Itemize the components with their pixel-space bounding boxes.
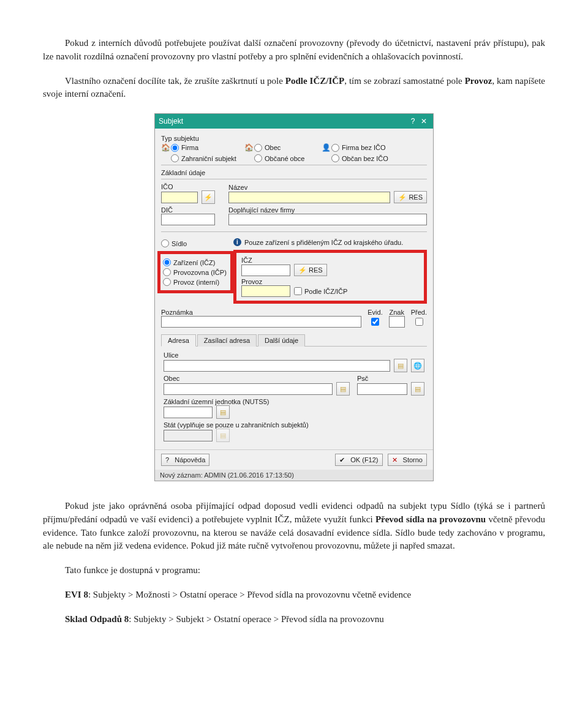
titlebar: Subjekt ? ✕ — [155, 114, 433, 129]
pred-checkbox[interactable] — [415, 318, 423, 326]
psc-label: Psč — [357, 375, 424, 382]
icz-input[interactable] — [241, 265, 290, 276]
dialog-footer: ? Nápověda ✔ OK (F12) ✕ Storno — [155, 449, 433, 470]
dopl-input[interactable] — [228, 214, 427, 225]
obec-lookup-button[interactable]: ▤ — [336, 382, 350, 396]
tabs: Adresa Zasílací adresa Další údaje — [161, 334, 427, 347]
radio-firma-bez-ico[interactable]: Firma bez IČO — [331, 144, 399, 152]
ico-input[interactable] — [161, 192, 198, 203]
napoveda-button[interactable]: ? Nápověda — [161, 454, 209, 466]
stat-label: Stát (vyplňuje se pouze u zahraničních s… — [164, 421, 424, 429]
radio-firma[interactable]: Firma — [171, 144, 244, 152]
obec-label: Obec — [164, 375, 350, 382]
typ-subjektu-label: Typ subjektu — [161, 135, 427, 142]
radio-sidlo[interactable]: Sídlo — [161, 239, 233, 247]
close-icon[interactable]: ✕ — [418, 117, 429, 126]
ico-label: IČO — [161, 183, 216, 190]
res-button[interactable]: ⚡RES — [394, 191, 427, 203]
info-text: Pouze zařízení s přiděleným IČZ od krajs… — [244, 239, 403, 246]
radio-zarizeni[interactable]: Zařízení (IČZ) — [163, 258, 229, 266]
znak-label: Znak — [389, 309, 405, 316]
ico-bolt-button[interactable]: ⚡ — [202, 190, 215, 204]
person-icon: 👤 — [322, 143, 331, 152]
psc-lookup-button[interactable]: ▤ — [411, 382, 424, 396]
pred-label: Před. — [411, 309, 427, 316]
stat-lookup-button: ▤ — [216, 429, 230, 442]
house-icon: 🏠 — [161, 143, 171, 152]
provoz-input[interactable] — [241, 285, 290, 297]
poznamka-label: Poznámka — [161, 309, 361, 316]
checkbox-podle-icz-icp[interactable]: Podle IČZ/IČP — [294, 287, 347, 295]
sklad-line: Sklad Odpadů 8: Subjekty > Subjekt > Ost… — [43, 613, 545, 626]
nuts-lookup-button[interactable]: ▤ — [216, 405, 230, 419]
evid-checkbox[interactable] — [371, 318, 379, 326]
ulice-label: Ulice — [164, 351, 424, 359]
dialog-title: Subjekt — [159, 117, 183, 126]
help-icon[interactable]: ? — [407, 117, 418, 126]
stat-input — [164, 430, 213, 441]
ok-button[interactable]: ✔ OK (F12) — [335, 454, 382, 466]
evid-label: Evid. — [368, 309, 382, 316]
ulice-input[interactable] — [164, 360, 390, 372]
tab-adresa[interactable]: Adresa — [161, 334, 196, 347]
dopl-label: Doplňující název firmy — [228, 206, 427, 214]
tab-dalsi[interactable]: Další údaje — [258, 334, 305, 347]
nazev-input[interactable] — [228, 192, 390, 203]
typ-subjektu-group: 🏠 Firma 🏠 Obec 👤 Firma bez IČO Zahraničn… — [161, 143, 427, 162]
paragraph-4: Tato funkce je dostupná v programu: — [43, 564, 545, 577]
status-bar: Nový záznam: ADMIN (21.06.2016 17:13:50) — [155, 470, 433, 481]
provoz-label: Provoz — [241, 278, 419, 285]
paragraph-2: Vlastního označení docílíte tak, že zruš… — [43, 75, 545, 102]
radio-obec[interactable]: Obec — [254, 144, 322, 152]
poznamka-input[interactable] — [161, 316, 361, 328]
paragraph-1: Pokud z interních důvodů potřebujete pou… — [43, 37, 545, 64]
radio-obcan-bez-ico[interactable]: Občan bez IČO — [331, 154, 399, 162]
ulice-lookup-button[interactable]: ▤ — [394, 359, 407, 372]
icz-res-button[interactable]: ⚡RES — [294, 264, 327, 276]
radio-zahranicni[interactable]: Zahraniční subjekt — [171, 154, 244, 162]
info-icon: i — [233, 238, 241, 246]
nuts-input[interactable] — [164, 407, 213, 418]
nazev-label: Název — [228, 184, 427, 191]
house-icon: 🏠 — [244, 143, 254, 152]
radio-obcane[interactable]: Občané obce — [254, 154, 322, 162]
storno-button[interactable]: ✕ Storno — [388, 454, 427, 466]
dic-input[interactable] — [161, 214, 215, 225]
psc-input[interactable] — [357, 383, 407, 395]
tab-zasilaci[interactable]: Zasílací adresa — [197, 334, 257, 347]
nuts-label: Základní územní jednotka (NUTS5) — [164, 398, 424, 405]
radio-provozovna[interactable]: Provozovna (IČP) — [163, 268, 229, 276]
znak-input[interactable] — [389, 316, 405, 328]
icz-label: IČZ — [241, 257, 419, 264]
dialog-subjekt: Subjekt ? ✕ Typ subjektu 🏠 Firma 🏠 Obec … — [154, 113, 434, 481]
evi8-line: EVI 8: Subjekty > Možnosti > Ostatní ope… — [43, 588, 545, 602]
dic-label: DIČ — [161, 206, 216, 214]
paragraph-3: Pokud jste jako oprávněná osoba přijímaj… — [43, 500, 545, 553]
obec-input[interactable] — [164, 383, 333, 395]
radio-provoz-interni[interactable]: Provoz (interní) — [163, 278, 229, 286]
zakladni-udaje-label: Základní údaje — [161, 169, 427, 176]
globe-button[interactable]: 🌐 — [411, 359, 424, 372]
